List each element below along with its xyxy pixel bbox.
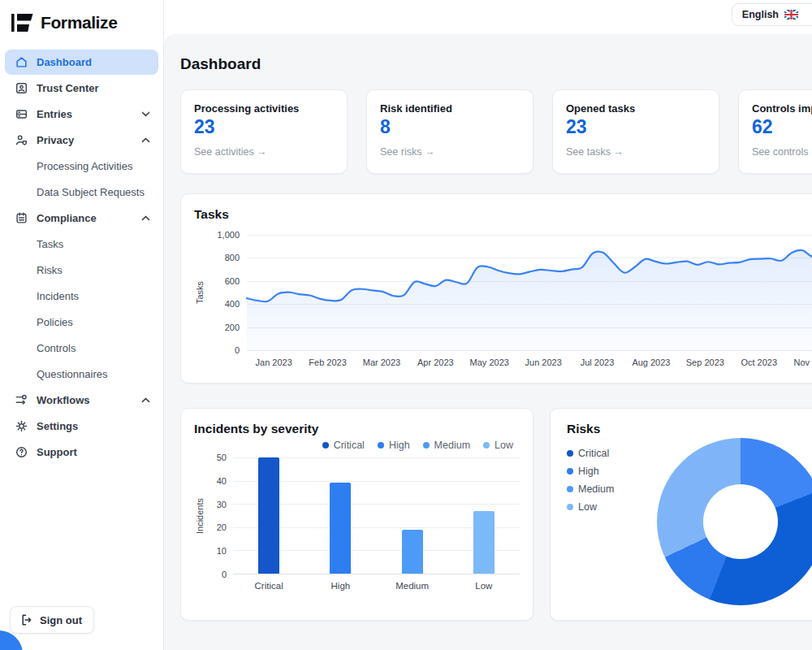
sidebar-item-label: Incidents (37, 290, 79, 302)
y-tick-label: 1,000 (217, 230, 240, 240)
sidebar-item-label: Data Subject Requests (37, 186, 145, 198)
legend-dot-icon (322, 442, 329, 448)
sidebar-item-controls[interactable]: Controls (5, 336, 158, 361)
sign-out-button[interactable]: Sign out (10, 606, 94, 634)
gear-icon (15, 419, 28, 433)
stat-card-value: 62 (752, 116, 812, 138)
stat-card-link[interactable]: See controls → (752, 146, 812, 158)
x-tick-label: Critical (233, 581, 304, 591)
y-tick-label: 40 (217, 476, 227, 486)
x-tick-label: May 2023 (463, 358, 516, 367)
sign-out-label: Sign out (40, 614, 82, 626)
tasks-x-axis-labels: Jan 2023Feb 2023Mar 2023Apr 2023May 2023… (247, 358, 812, 367)
help-icon (15, 445, 28, 459)
x-tick-label: Low (448, 581, 520, 591)
sidebar-item-privacy[interactable]: Privacy (5, 128, 158, 153)
incidents-y-axis-ticks: 50403020100 (205, 457, 227, 574)
sidebar-item-policies[interactable]: Policies (5, 310, 158, 335)
x-tick-label: Jan 2023 (247, 358, 300, 367)
sidebar-item-entries[interactable]: Entries (5, 102, 158, 127)
y-tick-label: 0 (235, 345, 240, 355)
stat-card-processing-activities: Processing activities23See activities → (180, 89, 348, 174)
badge-icon (15, 81, 28, 95)
app-logo[interactable]: Formalize (0, 0, 163, 44)
sidebar-item-processing-activities[interactable]: Processing Activities (5, 154, 158, 179)
y-tick-label: 600 (225, 276, 240, 286)
sidebar-item-tasks[interactable]: Tasks (5, 232, 158, 257)
legend-item-critical[interactable]: Critical (322, 440, 365, 451)
stat-card-value: 23 (194, 116, 334, 138)
x-tick-label: Oct 2023 (732, 358, 786, 367)
incidents-plot-area (233, 457, 520, 574)
sidebar-item-workflows[interactable]: Workflows (5, 388, 158, 413)
x-tick-label: Jul 2023 (570, 358, 624, 367)
sidebar-item-label: Compliance (37, 212, 97, 224)
risks-chart-title: Risks (567, 422, 812, 436)
sidebar-item-data-subject-requests[interactable]: Data Subject Requests (5, 180, 158, 205)
stat-cards-row: Processing activities23See activities →R… (180, 89, 812, 174)
y-tick-label: 400 (225, 299, 240, 309)
stat-card-title: Opened tasks (566, 102, 706, 115)
chevron-up-icon (141, 397, 150, 403)
sidebar-item-dashboard[interactable]: Dashboard (5, 50, 158, 75)
stat-card-link[interactable]: See tasks → (566, 146, 706, 158)
x-tick-label: Nov 2023 (786, 358, 812, 367)
sidebar-item-questionnaires[interactable]: Questionnaires (5, 362, 158, 387)
sidebar-item-risks[interactable]: Risks (5, 258, 158, 283)
x-tick-label: Sep 2023 (678, 358, 732, 367)
chevron-up-icon (141, 215, 150, 221)
legend-dot-icon (423, 442, 430, 448)
home-icon (15, 55, 28, 69)
stat-card-link[interactable]: See activities → (194, 146, 334, 158)
sidebar-item-trust-center[interactable]: Trust Center (5, 76, 158, 101)
tasks-chart-card: Tasks Tasks 1,0008006004002000 Jan 2023F… (180, 193, 812, 384)
legend-item-medium[interactable]: Medium (423, 440, 470, 451)
stat-card-value: 8 (380, 116, 520, 138)
chevron-down-icon (141, 111, 150, 117)
sign-out-icon (19, 613, 32, 626)
sidebar-item-support[interactable]: Support (5, 440, 158, 465)
tasks-line-series (247, 235, 812, 350)
tasks-y-axis-ticks: 1,0008006004002000 (205, 235, 240, 350)
legend-dot-icon (483, 442, 490, 448)
risks-chart-card: Risks CriticalHighMediumLow (550, 408, 812, 621)
tasks-chart: Tasks 1,0008006004002000 (194, 235, 812, 350)
stat-card-title: Controls implemented (752, 102, 812, 115)
y-tick-label: 0 (222, 570, 227, 579)
sidebar-item-settings[interactable]: Settings (5, 414, 158, 439)
stat-card-title: Risk identified (380, 102, 520, 115)
x-tick-label: Jun 2023 (516, 358, 570, 367)
stat-card-link[interactable]: See risks → (380, 146, 520, 158)
sidebar-item-label: Trust Center (37, 82, 99, 94)
topbar: English (164, 0, 812, 34)
x-tick-label: Feb 2023 (300, 358, 354, 367)
main-content: Dashboard Processing activities23See act… (164, 34, 812, 650)
risks-donut-hole (703, 484, 778, 559)
tasks-y-axis-label: Tasks (194, 235, 205, 350)
y-tick-label: 30 (217, 500, 227, 509)
sidebar-item-compliance[interactable]: Compliance (5, 206, 158, 231)
sidebar-item-label: Privacy (37, 134, 74, 146)
language-selector[interactable]: English (732, 3, 812, 26)
legend-dot-icon (567, 450, 573, 457)
tasks-chart-title: Tasks (194, 207, 812, 222)
legend-dot-icon (567, 486, 573, 492)
sidebar-item-label: Controls (37, 342, 76, 354)
incidents-y-axis-label: Incidents (194, 457, 205, 574)
sidebar-item-label: Settings (37, 420, 78, 432)
legend-dot-icon (567, 504, 573, 510)
tasks-plot-area (247, 235, 812, 350)
incidents-chart-card: Incidents by severity CriticalHighMedium… (180, 408, 533, 621)
legend-item-low[interactable]: Low (483, 440, 513, 451)
legend-item-high[interactable]: High (378, 440, 410, 451)
y-tick-label: 20 (217, 522, 227, 532)
sidebar-nav: DashboardTrust CenterEntriesPrivacyProce… (0, 44, 163, 465)
sidebar-item-label: Risks (37, 264, 63, 276)
stat-card-value: 23 (566, 116, 706, 138)
sidebar-item-label: Dashboard (37, 56, 92, 68)
x-tick-label: Apr 2023 (408, 358, 462, 367)
sidebar-item-incidents[interactable]: Incidents (5, 284, 158, 309)
clipboard-icon (15, 211, 28, 225)
bar-low (473, 511, 495, 574)
x-tick-label: Mar 2023 (355, 358, 408, 367)
